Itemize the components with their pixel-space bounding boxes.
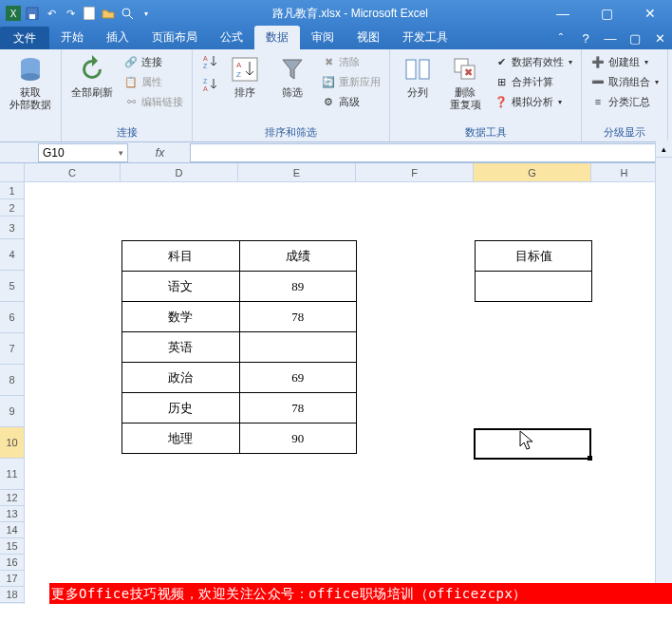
tab-3[interactable]: 公式: [209, 26, 254, 49]
consolidate-button[interactable]: ⊞合并计算: [491, 72, 575, 91]
row-header-4[interactable]: 4: [0, 239, 24, 271]
row-header-12[interactable]: 12: [0, 490, 24, 506]
ribbon-group-connections: 全部刷新 🔗连接 📋属性 ⚯编辑链接 连接: [62, 49, 193, 141]
tab-4[interactable]: 数据: [254, 26, 300, 49]
refresh-icon: [77, 54, 107, 85]
target-value-cell[interactable]: [476, 272, 592, 302]
database-icon: [15, 54, 46, 85]
svg-rect-3: [29, 14, 35, 19]
tab-0[interactable]: 开始: [49, 26, 95, 49]
minimize-ribbon-button[interactable]: ˆ: [551, 28, 571, 49]
cells[interactable]: 科目成绩语文89数学78英语政治69历史78地理90 目标值 更多Office技…: [25, 182, 672, 604]
name-box[interactable]: ▾: [38, 143, 128, 162]
vertical-scrollbar[interactable]: ▴: [655, 141, 672, 583]
filter-button[interactable]: 筛选: [271, 52, 314, 101]
clear-filter-button[interactable]: ✖清除: [318, 52, 383, 71]
svg-text:Z: Z: [203, 78, 208, 85]
tab-6[interactable]: 视图: [345, 26, 391, 49]
table-header-cell[interactable]: 科目: [122, 241, 240, 272]
sort-button[interactable]: AZ 排序: [223, 52, 267, 101]
select-all-corner[interactable]: [0, 163, 24, 182]
target-header-cell[interactable]: 目标值: [476, 241, 592, 272]
sort-desc-button[interactable]: ZA: [198, 75, 219, 94]
subtotal-button[interactable]: ≡分类汇总: [588, 92, 662, 111]
table-cell[interactable]: 78: [239, 393, 357, 424]
doc-restore-button[interactable]: ▢: [625, 28, 645, 49]
properties-button[interactable]: 📋属性: [121, 72, 186, 91]
row-header-7[interactable]: 7: [0, 333, 24, 365]
formula-input[interactable]: [191, 143, 672, 162]
col-header-E[interactable]: E: [238, 163, 356, 181]
restore-button[interactable]: ▢: [585, 0, 628, 27]
row-header-5[interactable]: 5: [0, 271, 24, 302]
table-header-cell[interactable]: 成绩: [239, 241, 357, 272]
tab-7[interactable]: 开发工具: [391, 26, 459, 49]
close-button[interactable]: ✕: [628, 0, 672, 27]
cursor-icon: [518, 429, 537, 452]
table-cell[interactable]: 90: [239, 424, 357, 454]
table-cell[interactable]: 历史: [122, 393, 240, 424]
tab-5[interactable]: 审阅: [300, 26, 345, 49]
scroll-up-button[interactable]: ▴: [656, 141, 672, 158]
row-header-17[interactable]: 17: [0, 571, 24, 587]
doc-close-button[interactable]: ✕: [649, 28, 670, 49]
new-icon[interactable]: [82, 6, 97, 21]
row-header-14[interactable]: 14: [0, 522, 24, 538]
advanced-icon: ⚙: [321, 94, 336, 109]
data-validation-button[interactable]: ✔数据有效性▾: [491, 52, 575, 71]
tab-file[interactable]: 文件: [0, 27, 49, 49]
row-header-8[interactable]: 8: [0, 365, 24, 396]
row-header-3[interactable]: 3: [0, 216, 24, 239]
table-cell[interactable]: 89: [239, 272, 357, 302]
help-button[interactable]: ?: [575, 28, 596, 49]
remove-duplicates-button[interactable]: ✖ 删除 重复项: [443, 52, 487, 113]
name-box-dropdown-icon[interactable]: ▾: [119, 148, 123, 158]
row-header-10[interactable]: 10: [0, 427, 24, 459]
redo-icon[interactable]: ↷: [63, 6, 78, 21]
minimize-button[interactable]: —: [541, 0, 585, 27]
name-box-input[interactable]: [43, 146, 109, 160]
reapply-button[interactable]: 🔄重新应用: [318, 72, 383, 91]
edit-links-button[interactable]: ⚯编辑链接: [121, 92, 186, 111]
table-cell[interactable]: [239, 332, 357, 363]
table-cell[interactable]: 政治: [122, 363, 240, 393]
row-header-16[interactable]: 16: [0, 555, 24, 571]
qat-dropdown-icon[interactable]: ▾: [139, 6, 154, 21]
row-header-13[interactable]: 13: [0, 506, 24, 522]
row-header-9[interactable]: 9: [0, 396, 24, 427]
fx-label[interactable]: fx: [130, 143, 191, 162]
tab-2[interactable]: 页面布局: [140, 26, 209, 49]
tab-1[interactable]: 插入: [95, 26, 140, 49]
col-header-G[interactable]: G: [474, 163, 591, 181]
table-cell[interactable]: 语文: [122, 272, 240, 302]
ungroup-button[interactable]: ➖取消组合▾: [588, 72, 662, 91]
print-preview-icon[interactable]: [120, 6, 135, 21]
table-cell[interactable]: 英语: [122, 332, 240, 363]
row-header-2[interactable]: 2: [0, 199, 24, 216]
open-icon[interactable]: [101, 6, 116, 21]
col-header-F[interactable]: F: [356, 163, 474, 181]
advanced-filter-button[interactable]: ⚙高级: [318, 92, 383, 111]
what-if-button[interactable]: ❓模拟分析▾: [491, 92, 575, 111]
table-cell[interactable]: 78: [239, 302, 357, 332]
row-header-6[interactable]: 6: [0, 302, 24, 333]
text-to-columns-button[interactable]: 分列: [396, 52, 439, 101]
group-button[interactable]: ➕创建组▾: [588, 52, 662, 71]
undo-icon[interactable]: ↶: [44, 6, 59, 21]
row-header-15[interactable]: 15: [0, 538, 24, 555]
save-icon[interactable]: [25, 6, 40, 21]
col-header-C[interactable]: C: [25, 163, 121, 181]
col-header-H[interactable]: H: [591, 163, 658, 181]
table-cell[interactable]: 地理: [122, 424, 240, 454]
row-header-1[interactable]: 1: [0, 182, 24, 199]
row-header-11[interactable]: 11: [0, 459, 24, 490]
get-external-data-button[interactable]: 获取 外部数据: [6, 52, 55, 113]
col-header-D[interactable]: D: [121, 163, 238, 181]
table-cell[interactable]: 数学: [122, 302, 240, 332]
sort-asc-button[interactable]: AZ: [198, 52, 219, 71]
table-cell[interactable]: 69: [239, 363, 357, 393]
refresh-all-button[interactable]: 全部刷新: [67, 52, 117, 101]
row-header-18[interactable]: 18: [0, 587, 24, 603]
doc-min-button[interactable]: —: [600, 28, 621, 49]
connections-button[interactable]: 🔗连接: [121, 52, 186, 71]
